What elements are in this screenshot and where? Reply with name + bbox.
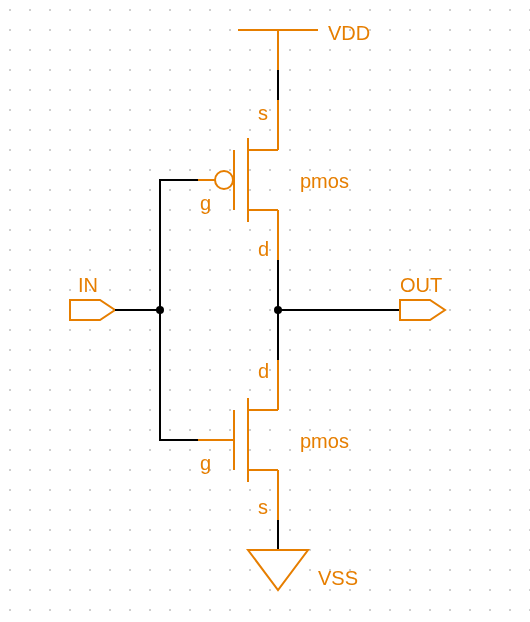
- schematic-canvas: VDD s pmos g d OUT: [0, 0, 530, 622]
- pmos-bot-d: d: [258, 360, 269, 382]
- svg-point-8: [215, 171, 233, 189]
- pmos-bot-g: g: [200, 452, 211, 474]
- in-label: IN: [78, 274, 98, 296]
- vdd-label: VDD: [328, 22, 370, 44]
- pmos-top-g: g: [200, 192, 211, 214]
- out-label: OUT: [400, 274, 442, 296]
- pmos-top-type: pmos: [300, 170, 349, 192]
- pmos-bot-type: pmos: [300, 430, 349, 452]
- pmos-top-d: d: [258, 238, 269, 260]
- pmos-bot-s: s: [258, 496, 268, 518]
- pmos-top-s: s: [258, 102, 268, 124]
- vss-label: VSS: [318, 567, 358, 589]
